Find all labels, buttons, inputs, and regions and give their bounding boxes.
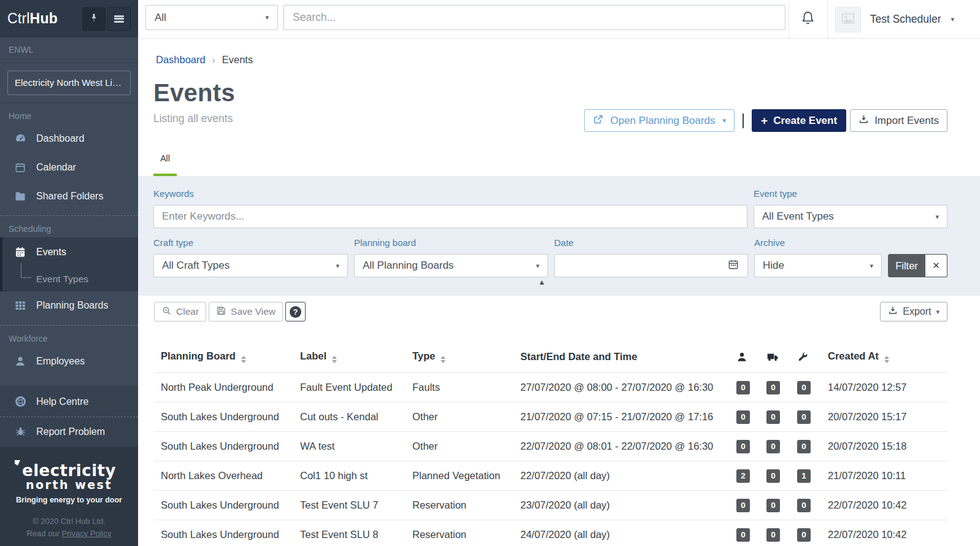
event-type-value: All Event Types bbox=[762, 210, 834, 223]
people-count-badge: 0 bbox=[736, 381, 750, 394]
grid-icon bbox=[14, 299, 27, 312]
archive-select[interactable]: Hide ▾ bbox=[754, 254, 882, 277]
table-row[interactable]: North Lakes Overhead Col1 10 high st Pla… bbox=[154, 461, 947, 491]
global-search-input[interactable] bbox=[284, 11, 785, 24]
privacy-policy-link[interactable]: Privacy Policy bbox=[62, 529, 112, 538]
organisation-selector[interactable]: Electricity North West Li… bbox=[7, 71, 131, 95]
sidebar-footer: electricity north west Bringing energy t… bbox=[0, 447, 138, 546]
table-row[interactable]: South Lakes Underground WA test Other 22… bbox=[154, 432, 947, 461]
cell-start-end: 24/07/2020 (all day) bbox=[514, 520, 730, 546]
user-menu-name[interactable]: Test Scheduler bbox=[870, 13, 941, 26]
enw-logo-line1: electricity bbox=[22, 463, 116, 479]
cell-label: Fault Event Updated bbox=[293, 373, 406, 402]
events-table: Planning Board Label Type Start/End Date… bbox=[154, 340, 947, 546]
column-header-type[interactable]: Type bbox=[406, 340, 514, 373]
chevron-down-icon: ▾ bbox=[935, 213, 939, 221]
import-events-button[interactable]: Import Events bbox=[850, 109, 947, 132]
question-icon: ? bbox=[290, 306, 301, 318]
gauge-icon bbox=[14, 132, 27, 145]
column-header-created-at[interactable]: Created At bbox=[821, 340, 947, 373]
clear-button[interactable]: Clear bbox=[154, 302, 206, 321]
sidebar-item-planning-boards[interactable]: Planning Boards bbox=[0, 291, 138, 320]
sidebar-item-shared-folders[interactable]: Shared Folders bbox=[0, 182, 138, 210]
cell-created-at: 22/07/2020 10:42 bbox=[821, 520, 947, 546]
date-field[interactable] bbox=[554, 254, 748, 277]
section-label-home: Home bbox=[0, 103, 138, 125]
folder-icon bbox=[14, 190, 27, 203]
open-planning-boards-button[interactable]: Open Planning Boards ▾ bbox=[584, 109, 735, 132]
collapse-filters-toggle[interactable]: ▲ bbox=[538, 278, 546, 286]
collapse-sidebar-button[interactable] bbox=[107, 7, 131, 31]
cell-created-at: 21/07/2020 10:11 bbox=[821, 461, 947, 491]
notifications-button[interactable] bbox=[789, 0, 828, 39]
pin-sidebar-button[interactable] bbox=[82, 7, 106, 31]
archive-label: Archive bbox=[754, 237, 785, 248]
table-row[interactable]: South Lakes Underground Test Event SLU 7… bbox=[154, 491, 947, 520]
export-button[interactable]: Export ▾ bbox=[880, 302, 947, 321]
clear-filter-button[interactable]: ✕ bbox=[925, 254, 947, 277]
sidebar-item-label: Calendar bbox=[36, 162, 76, 173]
vehicles-count-badge: 0 bbox=[766, 440, 780, 453]
sidebar-item-label: Help Centre bbox=[36, 396, 88, 407]
magnifier-minus-icon bbox=[161, 306, 172, 318]
person-icon bbox=[736, 352, 753, 363]
avatar[interactable] bbox=[835, 7, 861, 33]
date-input[interactable] bbox=[563, 260, 727, 272]
people-count-badge: 0 bbox=[736, 528, 750, 542]
cell-label: Col1 10 high st bbox=[293, 461, 406, 491]
people-count-badge: 2 bbox=[736, 469, 750, 483]
sidebar-item-help-centre[interactable]: Help Centre bbox=[0, 387, 138, 417]
download-icon bbox=[858, 114, 869, 128]
sidebar-item-events[interactable]: Events bbox=[2, 237, 138, 267]
breadcrumb-dashboard-link[interactable]: Dashboard bbox=[156, 54, 206, 66]
cell-created-at: 14/07/2020 12:57 bbox=[821, 373, 947, 402]
chevron-down-icon[interactable]: ▾ bbox=[951, 15, 954, 23]
table-row[interactable]: South Lakes Underground Test Event SLU 8… bbox=[154, 520, 947, 546]
craft-type-value: All Craft Types bbox=[162, 260, 230, 272]
person-icon bbox=[14, 355, 27, 368]
equipment-count-badge: 0 bbox=[797, 499, 811, 512]
column-header-label[interactable]: Label bbox=[293, 340, 406, 373]
equipment-count-badge: 1 bbox=[797, 469, 811, 483]
external-link-icon bbox=[593, 113, 604, 128]
list-toolbar: Clear Save View ? bbox=[154, 296, 947, 327]
craft-type-select[interactable]: All Craft Types ▾ bbox=[153, 254, 348, 277]
sidebar-item-label: Event Types bbox=[36, 274, 88, 285]
sidebar-item-event-types[interactable]: Event Types bbox=[2, 267, 138, 291]
table-row[interactable]: South Lakes Underground Cut outs - Kenda… bbox=[154, 402, 947, 432]
app-logo[interactable]: CtrlHub bbox=[7, 10, 58, 27]
cell-created-at: 20/07/2020 15:18 bbox=[821, 432, 947, 461]
calendar-icon bbox=[14, 161, 27, 174]
table-row[interactable]: North Peak Underground Fault Event Updat… bbox=[154, 373, 947, 402]
hamburger-icon bbox=[114, 15, 124, 23]
column-header-vehicles[interactable] bbox=[760, 340, 790, 373]
column-header-planning-board[interactable]: Planning Board bbox=[154, 340, 293, 373]
cell-created-at: 20/07/2020 15:17 bbox=[821, 402, 947, 432]
main-area: All ▾ Test Scheduler ▾ bbox=[138, 0, 980, 546]
cell-label: Test Event SLU 8 bbox=[293, 520, 406, 546]
filter-button[interactable]: Filter bbox=[888, 254, 925, 277]
org-section-label: ENWL bbox=[0, 37, 138, 63]
help-button[interactable]: ? bbox=[285, 302, 306, 321]
search-scope-select[interactable]: All ▾ bbox=[145, 5, 278, 30]
column-header-people[interactable] bbox=[730, 340, 760, 373]
sidebar-item-employees[interactable]: Employees bbox=[0, 347, 138, 376]
planning-board-select[interactable]: All Planning Boards ▾ bbox=[354, 254, 548, 277]
column-header-start-end[interactable]: Start/End Date and Time bbox=[514, 340, 730, 373]
sidebar-item-calendar[interactable]: Calendar bbox=[0, 153, 138, 182]
event-type-select[interactable]: All Event Types ▾ bbox=[754, 205, 947, 228]
sidebar-support-group: Help Centre Report Problem bbox=[0, 386, 138, 447]
sidebar-item-label: Shared Folders bbox=[36, 191, 103, 202]
cell-type: Other bbox=[406, 432, 514, 461]
bug-icon bbox=[14, 425, 27, 439]
import-events-label: Import Events bbox=[874, 115, 939, 127]
tab-all[interactable]: All bbox=[153, 151, 177, 176]
create-event-button[interactable]: + Create Event bbox=[752, 109, 846, 132]
column-header-equipment[interactable] bbox=[790, 340, 821, 373]
cell-label: Test Event SLU 7 bbox=[293, 491, 406, 520]
sidebar-item-dashboard[interactable]: Dashboard bbox=[0, 125, 138, 153]
sidebar-item-report-problem[interactable]: Report Problem bbox=[0, 417, 138, 447]
floppy-icon bbox=[216, 306, 226, 318]
keywords-input[interactable] bbox=[162, 210, 739, 223]
save-view-button[interactable]: Save View bbox=[209, 302, 283, 321]
